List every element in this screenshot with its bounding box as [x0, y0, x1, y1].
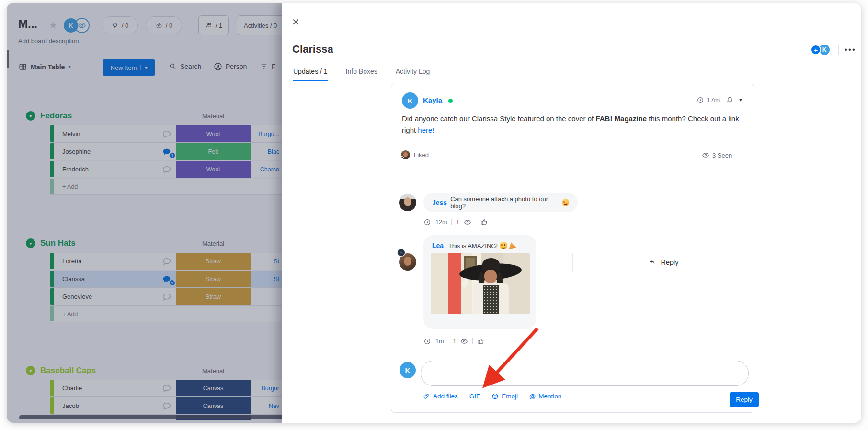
comment-bubble[interactable]: Jess Can someone attach a photo to our b… [423, 193, 578, 212]
clock-icon [423, 218, 431, 226]
post-link[interactable]: here! [418, 126, 434, 134]
eye-icon [460, 338, 468, 345]
composer-toolbar: Add files GIF Emoji @ Mention [423, 393, 561, 400]
seen-label: 3 Seen [712, 152, 732, 159]
seen-counter[interactable]: 3 Seen [702, 151, 732, 159]
at-sign-icon: @ [529, 393, 536, 400]
tab-info-boxes[interactable]: Info Boxes [346, 68, 377, 81]
post-text: Did anyone catch our Clarissa Style feat… [402, 114, 595, 123]
divider [451, 219, 452, 225]
window-edge-artifact [7, 50, 9, 68]
paperclip-icon [423, 393, 430, 400]
online-status-dot [448, 99, 453, 103]
liked-label: Liked [414, 151, 429, 158]
emoji-party-popper-icon [509, 242, 516, 249]
reply-input[interactable] [421, 361, 749, 386]
reply-button[interactable]: Reply [573, 253, 754, 272]
guest-badge-icon: ⌂ [397, 249, 405, 257]
post-text-bold: FAB! Magazine [595, 114, 647, 123]
panel-tabs: Updates / 1 Info Boxes Activity Log [293, 68, 430, 81]
liker-avatar: ⌂ [401, 150, 410, 159]
comment-author-name[interactable]: Jess [432, 199, 447, 206]
liked-row[interactable]: ⌂ Liked [401, 150, 429, 159]
post-body: Did anyone catch our Clarissa Style feat… [402, 113, 740, 136]
comment-author-name[interactable]: Lea [432, 242, 444, 249]
post-meta: 17m ▾ [697, 96, 742, 104]
composer-avatar: K [400, 362, 416, 378]
gif-label: GIF [469, 393, 480, 400]
comment-time: 12m [435, 219, 447, 226]
comment-time: 1m [435, 338, 444, 345]
smiley-icon [491, 393, 499, 400]
subscribe-button[interactable]: K + [811, 43, 833, 57]
comment-text: This is AMAZING! [448, 242, 498, 249]
eye-icon [464, 218, 471, 226]
plus-icon: + [811, 45, 821, 55]
thumb-up-icon[interactable] [480, 218, 489, 226]
update-card: K Kayla 17m ▾ Did anyone catch our Clari… [391, 84, 754, 413]
gif-button[interactable]: GIF [469, 393, 480, 400]
clock-icon [423, 338, 431, 345]
divider [838, 45, 839, 55]
comment-gif-image[interactable] [431, 253, 530, 314]
close-icon[interactable]: ✕ [292, 17, 300, 27]
comment-text: Can someone attach a photo to our blog? [450, 195, 559, 210]
reply-label: Reply [661, 259, 678, 266]
emoji-label: Emoji [502, 393, 518, 400]
divider [448, 338, 448, 344]
more-options-icon[interactable]: ••• [845, 45, 856, 55]
divider [472, 338, 473, 344]
panel-actions: K + ••• [811, 43, 856, 57]
tab-activity-log[interactable]: Activity Log [396, 68, 430, 81]
guest-badge-icon: ⌂ [401, 156, 404, 159]
post-time: 17m [707, 96, 720, 104]
comment-meta: 1m 1 [423, 337, 485, 345]
comment-views: 1 [456, 219, 459, 226]
post-options-caret-icon[interactable]: ▾ [739, 97, 742, 103]
screenshot-stage: M... ★ K / 0 / 0 / 1 Activities / 0 Add … [0, 0, 868, 430]
eye-icon [702, 151, 709, 159]
post-author-avatar[interactable]: K [402, 92, 418, 109]
comment-views: 1 [453, 338, 456, 345]
clock-icon [697, 96, 704, 104]
thumb-up-icon[interactable] [477, 337, 485, 345]
add-files-button[interactable]: Add files [423, 393, 458, 400]
comment-author-avatar[interactable] [399, 194, 416, 211]
add-files-label: Add files [433, 393, 458, 400]
post-author-name[interactable]: Kayla [423, 96, 442, 104]
divider [476, 219, 476, 225]
composer-reply-button[interactable]: Reply [730, 392, 759, 407]
bell-icon[interactable] [726, 96, 734, 104]
app-window: M... ★ K / 0 / 0 / 1 Activities / 0 Add … [7, 3, 861, 423]
mention-label: Mention [538, 393, 561, 400]
mention-button[interactable]: @ Mention [529, 393, 561, 400]
item-title: Clarissa [292, 43, 333, 56]
emoji-star-struck-icon [500, 242, 507, 249]
comment-meta: 12m 1 [423, 218, 489, 226]
emoji-heart-eyes-icon [562, 199, 569, 206]
tab-updates[interactable]: Updates / 1 [293, 68, 328, 81]
reply-arrow-icon [648, 258, 657, 267]
emoji-button[interactable]: Emoji [491, 393, 518, 400]
